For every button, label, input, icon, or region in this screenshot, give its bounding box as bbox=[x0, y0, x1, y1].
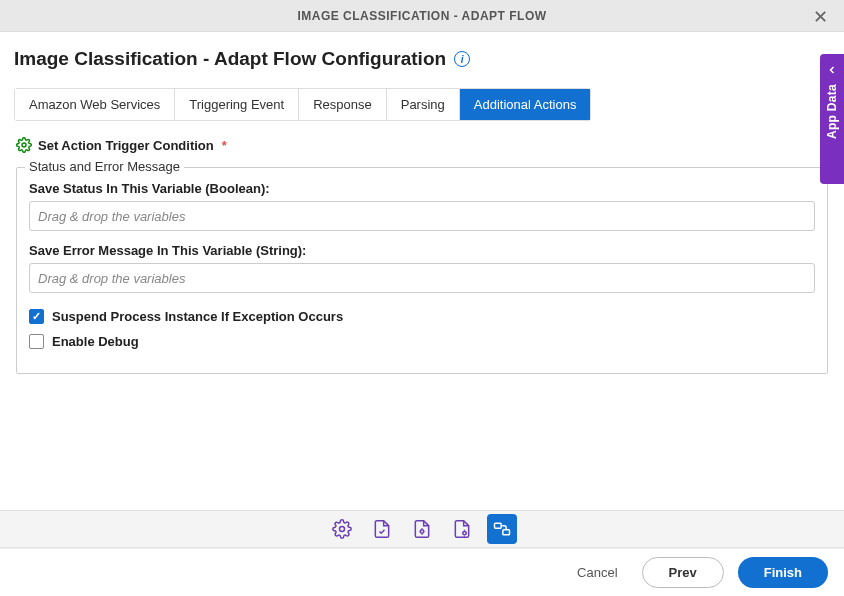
app-data-sidebar-tab[interactable]: App Data bbox=[820, 54, 844, 184]
close-icon[interactable]: ✕ bbox=[807, 4, 834, 30]
debug-checkbox-row: Enable Debug bbox=[29, 334, 815, 349]
main-content: Image Classification - Adapt Flow Config… bbox=[0, 32, 844, 374]
status-variable-input[interactable] bbox=[29, 201, 815, 231]
tab-bar: Amazon Web Services Triggering Event Res… bbox=[14, 88, 591, 121]
tab-aws[interactable]: Amazon Web Services bbox=[15, 89, 175, 120]
error-variable-label: Save Error Message In This Variable (Str… bbox=[29, 243, 815, 258]
app-data-label: App Data bbox=[825, 84, 839, 139]
toolbar-doc-gear-icon[interactable] bbox=[407, 514, 437, 544]
svg-rect-5 bbox=[503, 530, 510, 535]
prev-button[interactable]: Prev bbox=[642, 557, 724, 588]
fieldset-legend: Status and Error Message bbox=[25, 159, 184, 174]
info-icon[interactable]: i bbox=[454, 51, 470, 67]
finish-button[interactable]: Finish bbox=[738, 557, 828, 588]
tab-response[interactable]: Response bbox=[299, 89, 387, 120]
debug-checkbox-label: Enable Debug bbox=[52, 334, 139, 349]
toolbar-doc-check-icon[interactable] bbox=[367, 514, 397, 544]
bottom-toolbar bbox=[0, 510, 844, 548]
tab-additional-actions[interactable]: Additional Actions bbox=[460, 89, 591, 120]
window-title: IMAGE CLASSIFICATION - ADAPT FLOW bbox=[297, 9, 546, 23]
svg-point-2 bbox=[420, 530, 423, 533]
svg-point-3 bbox=[463, 532, 466, 535]
toolbar-flow-icon[interactable] bbox=[487, 514, 517, 544]
error-variable-input[interactable] bbox=[29, 263, 815, 293]
trigger-condition-row[interactable]: Set Action Trigger Condition * bbox=[14, 137, 830, 153]
suspend-checkbox[interactable] bbox=[29, 309, 44, 324]
required-star: * bbox=[222, 138, 227, 153]
footer-actions: Cancel Prev Finish bbox=[0, 548, 844, 596]
svg-point-1 bbox=[340, 527, 345, 532]
suspend-checkbox-row: Suspend Process Instance If Exception Oc… bbox=[29, 309, 815, 324]
toolbar-settings-icon[interactable] bbox=[327, 514, 357, 544]
gear-icon bbox=[16, 137, 32, 153]
cancel-button[interactable]: Cancel bbox=[567, 559, 627, 586]
page-title-row: Image Classification - Adapt Flow Config… bbox=[14, 48, 830, 70]
window-header: IMAGE CLASSIFICATION - ADAPT FLOW ✕ bbox=[0, 0, 844, 32]
chevron-left-icon bbox=[826, 64, 838, 76]
tab-parsing[interactable]: Parsing bbox=[387, 89, 460, 120]
status-error-fieldset: Status and Error Message Save Status In … bbox=[16, 167, 828, 374]
svg-rect-4 bbox=[495, 523, 502, 528]
tab-triggering-event[interactable]: Triggering Event bbox=[175, 89, 299, 120]
toolbar-doc-config-icon[interactable] bbox=[447, 514, 477, 544]
debug-checkbox[interactable] bbox=[29, 334, 44, 349]
suspend-checkbox-label: Suspend Process Instance If Exception Oc… bbox=[52, 309, 343, 324]
svg-point-0 bbox=[22, 143, 26, 147]
status-variable-label: Save Status In This Variable (Boolean): bbox=[29, 181, 815, 196]
trigger-condition-label: Set Action Trigger Condition bbox=[38, 138, 214, 153]
page-title: Image Classification - Adapt Flow Config… bbox=[14, 48, 446, 70]
